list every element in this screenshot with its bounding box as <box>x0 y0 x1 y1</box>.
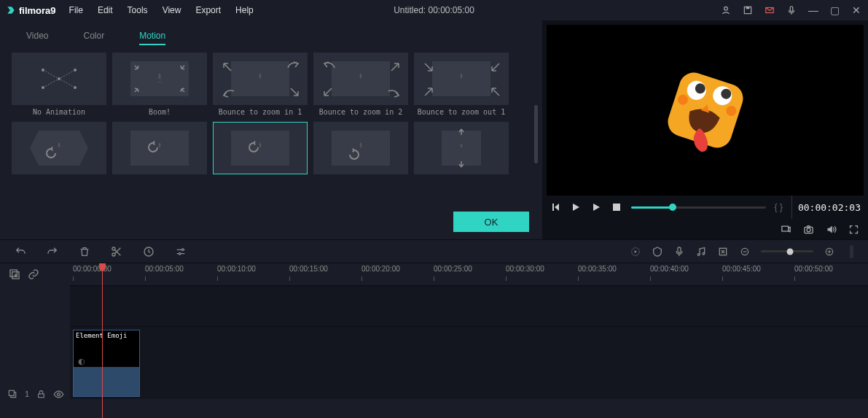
svg-point-32 <box>703 252 705 255</box>
preview-tools <box>542 219 868 239</box>
logo-icon <box>6 5 16 15</box>
timeline-scrollbar-indicator[interactable] <box>850 245 853 258</box>
save-icon[interactable] <box>743 5 753 15</box>
menu-file[interactable]: File <box>69 5 83 15</box>
motion-preset[interactable]: No Animation <box>12 53 106 116</box>
svg-point-11 <box>58 77 60 80</box>
tab-video[interactable]: Video <box>26 31 48 45</box>
account-icon[interactable] <box>721 5 731 15</box>
menubar: File Edit Tools View Export Help <box>69 5 254 15</box>
ruler-tick: 00:00:30:00 <box>506 265 544 273</box>
svg-rect-2 <box>746 7 750 9</box>
redo-button[interactable] <box>47 246 58 258</box>
mark-in-out[interactable]: { } <box>775 202 783 212</box>
motion-preset[interactable] <box>12 122 106 177</box>
svg-point-23 <box>807 228 810 231</box>
svg-point-40 <box>58 392 60 395</box>
speed-button[interactable] <box>143 246 155 258</box>
mail-icon[interactable] <box>765 5 775 15</box>
menu-edit[interactable]: Edit <box>98 5 113 15</box>
ruler-tick: 00:00:40:00 <box>650 265 689 273</box>
preview-viewport <box>547 25 864 196</box>
timeline-clip[interactable]: Element Emoji ◐ <box>73 330 140 397</box>
motion-preset[interactable]: Boom! <box>112 53 207 116</box>
menu-export[interactable]: Export <box>195 5 221 15</box>
track-row[interactable]: Element Emoji ◐ <box>70 326 868 399</box>
stop-button[interactable] <box>611 201 622 213</box>
volume-icon[interactable] <box>826 224 837 235</box>
svg-rect-30 <box>678 247 681 252</box>
ok-button[interactable]: OK <box>453 212 529 232</box>
snapshot-icon[interactable] <box>803 224 814 235</box>
maximize-button[interactable]: ▢ <box>830 5 840 15</box>
app-logo: filmora9 <box>6 5 56 16</box>
track-row[interactable] <box>70 285 868 326</box>
menu-tools[interactable]: Tools <box>128 5 148 15</box>
effects-panel: Video Color Motion No Animation Boom! Bo… <box>0 20 542 239</box>
menu-help[interactable]: Help <box>235 5 254 15</box>
motion-preset[interactable] <box>414 122 509 177</box>
prev-frame-button[interactable] <box>550 201 561 213</box>
preview-content <box>654 59 756 161</box>
delete-button[interactable] <box>79 246 90 258</box>
audio-mixer-button[interactable] <box>695 246 707 258</box>
play-button[interactable] <box>570 201 582 213</box>
zoom-slider[interactable] <box>761 250 813 252</box>
svg-rect-20 <box>613 204 620 211</box>
tab-motion[interactable]: Motion <box>139 31 165 45</box>
split-button[interactable] <box>111 246 122 258</box>
svg-point-8 <box>74 69 77 71</box>
timeline: 1 00:00:00:00 00:00:05:00 00:00:10:00 00… <box>0 263 868 418</box>
adjust-button[interactable] <box>175 246 187 258</box>
clip-label: Element Emoji <box>74 330 139 341</box>
motion-grid: No Animation Boom! Bounce to zoom in 1 B… <box>0 53 542 177</box>
svg-point-31 <box>697 253 700 255</box>
ruler-tick: 00:00:45:00 <box>722 265 761 273</box>
crop-button[interactable] <box>717 246 729 258</box>
mic-icon[interactable] <box>786 5 797 15</box>
marker-button[interactable] <box>652 246 663 258</box>
add-media-icon[interactable] <box>9 268 20 280</box>
zoom-in-button[interactable] <box>824 246 835 258</box>
svg-point-28 <box>179 252 181 255</box>
track-headers: 1 <box>0 263 70 418</box>
effect-icon: ◐ <box>78 357 85 366</box>
close-button[interactable]: ✕ <box>852 5 862 15</box>
motion-preset[interactable]: Bounce to zoom in 1 <box>213 53 308 116</box>
undo-button[interactable] <box>15 246 26 258</box>
link-icon[interactable] <box>28 268 39 280</box>
next-frame-button[interactable] <box>590 201 602 213</box>
svg-point-27 <box>181 249 184 251</box>
record-button[interactable] <box>673 246 685 258</box>
visibility-icon[interactable] <box>53 389 64 400</box>
motion-preset[interactable] <box>313 122 408 177</box>
render-button[interactable] <box>630 246 641 258</box>
time-ruler[interactable]: 00:00:00:00 00:00:05:00 00:00:10:00 00:0… <box>70 263 868 285</box>
motion-preset[interactable]: Bounce to zoom in 2 <box>313 53 408 116</box>
preview-quality-icon[interactable] <box>781 224 791 235</box>
ruler-tick: 00:00:25:00 <box>434 265 472 273</box>
playback-slider[interactable] <box>631 206 766 209</box>
motion-preset[interactable] <box>213 122 308 177</box>
layers-icon[interactable] <box>7 389 17 399</box>
motion-preset[interactable] <box>112 122 207 177</box>
tab-color[interactable]: Color <box>83 31 104 45</box>
motion-preset[interactable]: Bounce to zoom out 1 <box>414 53 509 116</box>
menu-view[interactable]: View <box>163 5 181 15</box>
timeline-toolbar <box>0 239 868 263</box>
lock-icon[interactable] <box>36 390 46 399</box>
playback-time: 00:00:02:03 <box>791 196 861 219</box>
ruler-tick: 00:00:50:00 <box>794 265 833 273</box>
playhead[interactable] <box>102 263 103 418</box>
zoom-out-button[interactable] <box>739 246 751 258</box>
ruler-tick: 00:00:20:00 <box>361 265 400 273</box>
track-area[interactable]: 00:00:00:00 00:00:05:00 00:00:10:00 00:0… <box>70 263 868 418</box>
ruler-tick: 00:00:15:00 <box>289 265 328 273</box>
project-title: Untitled: 00:00:05:00 <box>394 5 474 15</box>
minimize-button[interactable]: — <box>808 5 818 15</box>
fullscreen-icon[interactable] <box>848 224 859 235</box>
scrollbar[interactable] <box>534 105 538 163</box>
ruler-tick: 00:00:35:00 <box>578 265 617 273</box>
titlebar: filmora9 File Edit Tools View Export Hel… <box>0 0 868 20</box>
svg-point-7 <box>42 69 44 71</box>
